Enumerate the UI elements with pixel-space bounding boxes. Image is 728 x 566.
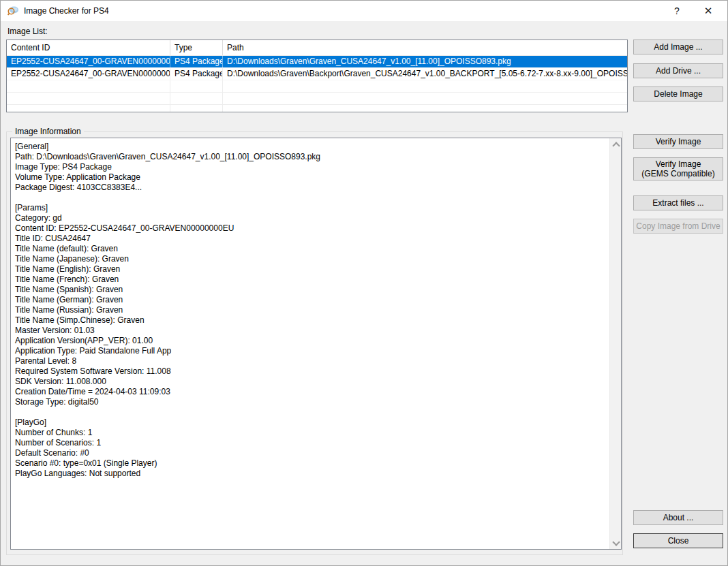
copy-image-from-drive-button: Copy Image from Drive — [633, 219, 723, 234]
table-row-selected[interactable]: EP2552-CUSA24647_00-GRAVEN00000000EU PS4… — [7, 56, 627, 68]
verify-image-gems-button[interactable]: Verify Image (GEMS Compatible) — [633, 157, 723, 180]
empty-row — [7, 93, 627, 105]
verify-gems-label-line2: (GEMS Compatible) — [641, 169, 714, 178]
image-information-textbox[interactable]: [General] Path: D:\Downloads\Graven\Grav… — [10, 138, 622, 550]
image-list-table: Content ID Type Path EP2552-CUSA24647_00… — [6, 40, 628, 112]
client-area: Image List: Content ID Type Path EP2552-… — [1, 21, 727, 565]
vertical-scrollbar[interactable] — [609, 138, 621, 549]
image-information-label: Image Information — [12, 127, 84, 136]
window-title: Image Checker for PS4 — [24, 6, 109, 16]
image-information-text: [General] Path: D:\Downloads\Graven\Grav… — [11, 138, 609, 549]
empty-row — [7, 105, 627, 112]
column-header-content-id[interactable]: Content ID — [7, 40, 170, 55]
app-window: Image Checker for PS4 ? ✕ Image List: Co… — [0, 0, 728, 566]
cell-content-id: EP2552-CUSA24647_00-GRAVEN00000000EU — [7, 68, 170, 80]
column-header-type[interactable]: Type — [170, 40, 223, 55]
help-button[interactable]: ? — [662, 1, 692, 21]
empty-row — [7, 80, 627, 93]
image-list-label: Image List: — [7, 27, 48, 36]
cell-path: D:\Downloads\Graven\Graven_CUSA24647_v1.… — [223, 56, 627, 67]
extract-files-button[interactable]: Extract files ... — [633, 195, 723, 210]
add-image-button[interactable]: Add Image ... — [633, 40, 723, 54]
about-button[interactable]: About ... — [633, 510, 723, 525]
titlebar: Image Checker for PS4 ? ✕ — [1, 1, 727, 21]
verify-image-button[interactable]: Verify Image — [633, 134, 723, 149]
cell-type: PS4 Package — [170, 68, 223, 80]
column-header-path[interactable]: Path — [223, 40, 627, 55]
table-header: Content ID Type Path — [7, 40, 627, 56]
delete-image-button[interactable]: Delete Image — [633, 87, 723, 101]
close-window-button[interactable]: ✕ — [693, 1, 723, 21]
add-drive-button[interactable]: Add Drive ... — [633, 63, 723, 78]
cell-content-id: EP2552-CUSA24647_00-GRAVEN00000000EU — [7, 56, 170, 67]
table-row[interactable]: EP2552-CUSA24647_00-GRAVEN00000000EU PS4… — [7, 68, 627, 80]
cell-path: D:\Downloads\Graven\Backport\Graven_CUSA… — [223, 68, 627, 80]
app-icon — [7, 5, 19, 17]
image-information-group: Image Information [General] Path: D:\Dow… — [6, 131, 623, 555]
verify-gems-label-line1: Verify Image — [656, 159, 701, 169]
chevron-up-icon — [612, 142, 620, 149]
scroll-down-button[interactable] — [610, 537, 622, 549]
close-button[interactable]: Close — [633, 533, 723, 548]
chevron-down-icon — [612, 538, 620, 546]
cell-type: PS4 Package — [170, 56, 223, 67]
scroll-up-button[interactable] — [610, 138, 622, 150]
